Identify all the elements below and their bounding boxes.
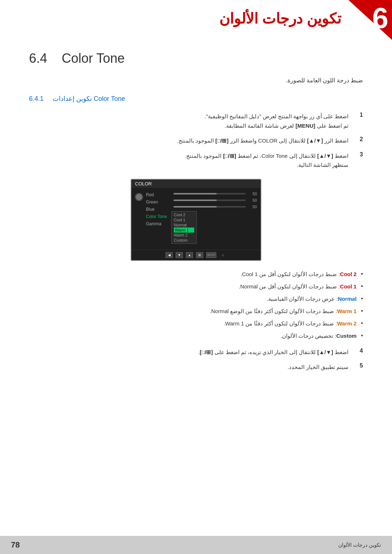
monitor-buttons: ◀ ▼ ▲ ⊞ AUTO ○ — [131, 250, 261, 260]
sidebar-green: Green — [146, 200, 167, 205]
bullet-text-normal: Normal: عرض درجات الألوان القياسية. — [267, 295, 357, 303]
red-slider-bar — [173, 193, 246, 194]
step-2: 2 اضغط الزر [▼/▲] للانتقال إلى COLOR واض… — [29, 136, 363, 145]
term-warm1: Warm 1 — [337, 308, 357, 314]
bullet-text-warm2: Warm 2: ضبط درجات الألوان لتكون أكثر دفئ… — [224, 319, 356, 328]
term-cool1: Cool 1 — [340, 283, 357, 290]
step-3: 3 اضغط [▼/▲] للانتقال إلى Color Tone، ثم… — [29, 151, 363, 170]
step-1-text: اضغط على أي زر بواجهة المنتج لعرض "دليل … — [29, 112, 348, 130]
monitor-cd-icon — [135, 193, 143, 201]
bullet-dot-4: • — [361, 308, 363, 314]
chapter-number: 6 — [372, 4, 389, 33]
blue-slider-row: 50 — [171, 205, 257, 209]
step-3-number: 3 — [352, 151, 363, 158]
bullet-custom: • Custom: تخصيص درجات الألوان. — [29, 332, 363, 340]
step-4-text: اضغط [▼/▲] للانتقال إلى الخيار الذي تريد… — [29, 348, 348, 357]
sliders-area: 50 50 50 — [171, 192, 257, 246]
blue-slider-fill — [173, 206, 217, 208]
monitor-sidebar: Red Green Blue Color Tone Gamma — [146, 192, 167, 246]
subsection-heading: 6.4.1 تكوين إعدادات Color Tone — [29, 95, 363, 103]
dropdown-warm1: Warm 1 — [174, 227, 194, 233]
dropdown-cool1: Cool 1 — [174, 217, 194, 222]
main-title: تكوين درجات الألوان — [219, 10, 341, 27]
monitor-titlebar: COLOR — [131, 180, 261, 188]
sidebar-color-tone: Color Tone — [146, 214, 167, 219]
step-5: 5 سيتم تطبيق الخيار المحدد. — [29, 362, 363, 372]
bullet-dot-5: • — [361, 320, 363, 327]
blue-slider-bar — [173, 206, 246, 208]
blue-value: 50 — [248, 205, 257, 209]
content-area: 6.4 Color Tone ضبط درجة اللون العامة للص… — [0, 0, 392, 414]
green-slider-bar — [173, 200, 246, 201]
monitor-btn-down: ▼ — [176, 252, 183, 258]
monitor-btn-auto: AUTO — [206, 252, 216, 258]
bullet-text-warm1: Warm 1: ضبط درجات الألوان لتكون أكثر دفئ… — [210, 307, 357, 316]
monitor-image: COLOR Red Green Blue Co — [131, 179, 261, 261]
footer-title: تكوين درجات الألوان — [338, 542, 381, 548]
red-value: 50 — [248, 192, 257, 196]
green-slider-row: 50 — [171, 198, 257, 202]
dropdown-warm2: Warm 2 — [174, 233, 194, 238]
bullet-warm1: • Warm 1: ضبط درجات الألوان لتكون أكثر د… — [29, 307, 363, 316]
step-5-number: 5 — [352, 362, 363, 369]
subtitle: ضبط درجة اللون العامة للصورة. — [29, 77, 363, 84]
dropdown-cool2: Cool 2 — [174, 212, 194, 217]
bullet-text-cool1: Cool 1: ضبط درجات الألوان لتكون أقل من N… — [239, 282, 357, 291]
section-title: Color Tone — [62, 51, 124, 66]
red-slider-fill — [173, 193, 217, 194]
monitor-btn-enter: ⊞ — [196, 252, 203, 258]
step-2-text: اضغط الزر [▼/▲] للانتقال إلى COLOR واضغط… — [29, 136, 348, 145]
footer: تكوين درجات الألوان 78 — [0, 536, 392, 554]
step-3-text: اضغط [▼/▲] للانتقال إلى Color Tone، ثم ا… — [29, 151, 348, 170]
term-custom: Custom — [336, 333, 357, 339]
dropdown-normal: Normal — [174, 222, 194, 227]
monitor-btn-power: ○ — [219, 252, 226, 258]
bullet-warm2: • Warm 2: ضبط درجات الألوان لتكون أكثر د… — [29, 319, 363, 328]
step-2-number: 2 — [352, 136, 363, 143]
step-4-number: 4 — [352, 348, 363, 354]
sidebar-red: Red — [146, 192, 167, 197]
step-4: 4 اضغط [▼/▲] للانتقال إلى الخيار الذي تر… — [29, 348, 363, 357]
term-normal: Normal — [338, 296, 357, 302]
term-warm2: Warm 2 — [337, 320, 357, 327]
monitor-btn-left: ◀ — [166, 252, 173, 258]
svg-point-1 — [138, 196, 140, 198]
subsection-number: 6.4.1 — [29, 95, 44, 102]
sidebar-blue: Blue — [146, 207, 167, 212]
green-slider-fill — [173, 200, 217, 201]
footer-page: 78 — [11, 540, 20, 550]
sidebar-gamma: Gamma — [146, 221, 167, 226]
monitor-body: Red Green Blue Color Tone Gamma 50 — [131, 188, 261, 250]
color-tone-row: Cool 2 Cool 1 Normal Warm 1 Warm 2 Custo… — [171, 211, 257, 244]
section-heading: 6.4 Color Tone — [29, 51, 363, 66]
bullet-normal: • Normal: عرض درجات الألوان القياسية. — [29, 295, 363, 303]
bullet-dot-3: • — [361, 295, 363, 302]
red-slider-row: 50 — [171, 192, 257, 196]
term-cool2: Cool 2 — [340, 271, 357, 277]
green-value: 50 — [248, 198, 257, 202]
step-1: 1 اضغط على أي زر بواجهة المنتج لعرض "دلي… — [29, 112, 363, 130]
monitor-btn-up: ▲ — [186, 252, 193, 258]
bullet-dot-2: • — [361, 283, 363, 290]
color-tone-dropdown: Cool 2 Cool 1 Normal Warm 1 Warm 2 Custo… — [171, 211, 197, 244]
bullet-text-cool2: Cool 2: ضبط درجات الألوان لتكون أقل من C… — [241, 270, 357, 279]
bullet-cool2: • Cool 2: ضبط درجات الألوان لتكون أقل من… — [29, 270, 363, 279]
subsection-title: تكوين إعدادات Color Tone — [53, 95, 125, 102]
bullet-dot-1: • — [361, 271, 363, 277]
bullet-cool1: • Cool 1: ضبط درجات الألوان لتكون أقل من… — [29, 282, 363, 291]
bullet-dot-6: • — [361, 332, 363, 339]
dropdown-custom: Custom — [174, 238, 194, 243]
section-number: 6.4 — [29, 51, 47, 66]
bullet-text-custom: Custom: تخصيص درجات الألوان. — [281, 332, 357, 340]
steps-list: 1 اضغط على أي زر بواجهة المنتج لعرض "دلي… — [29, 112, 363, 170]
step-5-text: سيتم تطبيق الخيار المحدد. — [29, 362, 348, 372]
monitor-screenshot: COLOR Red Green Blue Co — [29, 179, 363, 261]
bullet-list: • Cool 2: ضبط درجات الألوان لتكون أقل من… — [29, 270, 363, 340]
step-1-number: 1 — [352, 112, 363, 118]
